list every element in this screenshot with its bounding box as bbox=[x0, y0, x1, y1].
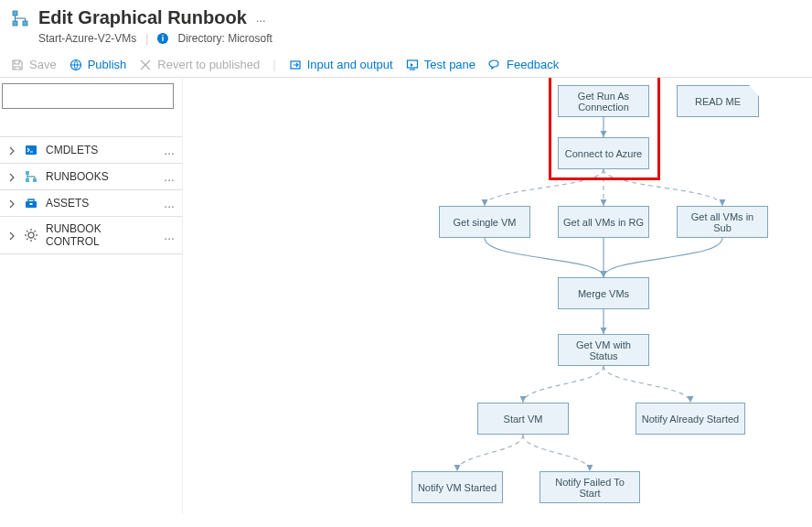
sidebar-item-assets[interactable]: ASSETS ... bbox=[0, 190, 182, 217]
runbook-canvas[interactable]: Get Run As Connection READ ME Connect to… bbox=[183, 78, 812, 513]
runbook-icon bbox=[11, 9, 29, 27]
sidebar-item-label: ASSETS bbox=[46, 197, 89, 210]
svg-rect-11 bbox=[26, 178, 29, 182]
item-more-button[interactable]: ... bbox=[164, 228, 175, 242]
chevron-right-icon bbox=[7, 199, 16, 208]
assets-icon bbox=[24, 196, 38, 210]
sidebar-item-cmdlets[interactable]: CMDLETS ... bbox=[0, 137, 182, 164]
svg-rect-0 bbox=[13, 11, 17, 16]
node-notify-failed-start[interactable]: Notify Failed To Start bbox=[540, 471, 640, 503]
more-actions-button[interactable]: ... bbox=[256, 11, 266, 25]
gear-icon bbox=[24, 228, 38, 242]
library-sidebar: CMDLETS ... RUNBOOKS ... ASSETS ... bbox=[0, 78, 183, 513]
publish-icon bbox=[69, 59, 82, 71]
input-output-button[interactable]: Input and output bbox=[289, 58, 393, 71]
node-merge-vms[interactable]: Merge VMs bbox=[558, 277, 649, 309]
sidebar-item-label: RUNBOOK CONTROL bbox=[46, 222, 156, 248]
sidebar-item-runbook-control[interactable]: RUNBOOK CONTROL ... bbox=[0, 217, 182, 254]
node-get-vms-rg[interactable]: Get all VMs in RG bbox=[558, 206, 649, 238]
feedback-icon bbox=[488, 59, 501, 71]
toolbar: Save Publish Revert to published | Input… bbox=[0, 52, 812, 78]
svg-rect-8 bbox=[26, 145, 37, 155]
item-more-button[interactable]: ... bbox=[164, 143, 175, 157]
info-icon: i bbox=[157, 33, 168, 44]
save-button[interactable]: Save bbox=[11, 58, 57, 71]
directory-label: Directory: Microsoft bbox=[177, 32, 272, 45]
node-connect-azure[interactable]: Connect to Azure bbox=[558, 137, 649, 169]
sidebar-item-label: CMDLETS bbox=[46, 144, 98, 156]
publish-button[interactable]: Publish bbox=[69, 58, 127, 71]
toolbar-divider: | bbox=[272, 58, 275, 71]
cmdlets-icon bbox=[24, 143, 38, 157]
runbooks-icon bbox=[24, 169, 38, 184]
svg-rect-9 bbox=[26, 171, 29, 175]
svg-rect-7 bbox=[407, 60, 417, 68]
item-more-button[interactable]: ... bbox=[164, 196, 175, 210]
sidebar-item-runbooks[interactable]: RUNBOOKS ... bbox=[0, 164, 182, 190]
node-get-vm-status[interactable]: Get VM with Status bbox=[558, 334, 649, 366]
runbook-name: Start-Azure-V2-VMs bbox=[38, 32, 136, 45]
subheader: Start-Azure-V2-VMs | i Directory: Micros… bbox=[0, 32, 812, 52]
divider: | bbox=[145, 32, 148, 45]
page-header: Edit Graphical Runbook ... bbox=[0, 0, 812, 32]
node-start-vm[interactable]: Start VM bbox=[477, 403, 569, 435]
revert-icon bbox=[139, 59, 152, 71]
input-output-icon bbox=[289, 59, 302, 71]
feedback-button[interactable]: Feedback bbox=[488, 58, 559, 71]
item-more-button[interactable]: ... bbox=[164, 169, 175, 184]
svg-rect-1 bbox=[23, 21, 27, 26]
node-readme[interactable]: READ ME bbox=[677, 85, 759, 117]
svg-text:i: i bbox=[162, 34, 165, 43]
test-pane-button[interactable]: Test pane bbox=[406, 58, 475, 71]
node-get-single-vm[interactable]: Get single VM bbox=[439, 206, 530, 238]
node-notify-already-started[interactable]: Notify Already Started bbox=[636, 403, 745, 435]
node-notify-vm-started[interactable]: Notify VM Started bbox=[411, 471, 503, 503]
svg-point-14 bbox=[28, 232, 34, 238]
chevron-right-icon bbox=[7, 231, 16, 240]
test-pane-icon bbox=[406, 59, 419, 71]
page-title: Edit Graphical Runbook bbox=[38, 7, 247, 28]
save-icon bbox=[11, 59, 24, 71]
chevron-right-icon bbox=[7, 145, 16, 155]
revert-button[interactable]: Revert to published bbox=[139, 58, 260, 71]
sidebar-item-label: RUNBOOKS bbox=[46, 170, 109, 183]
search-input[interactable] bbox=[2, 83, 174, 109]
node-get-vms-sub[interactable]: Get all VMs in Sub bbox=[677, 206, 768, 238]
svg-rect-13 bbox=[30, 203, 33, 205]
node-get-run-as[interactable]: Get Run As Connection bbox=[558, 85, 649, 117]
svg-rect-2 bbox=[13, 21, 17, 26]
chevron-right-icon bbox=[7, 172, 16, 181]
svg-rect-10 bbox=[33, 178, 37, 182]
